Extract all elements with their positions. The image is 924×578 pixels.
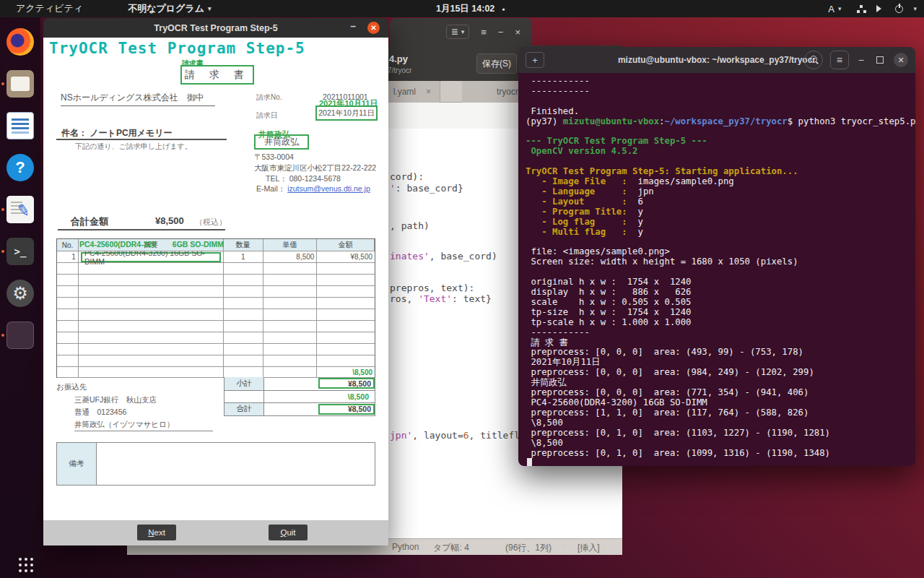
editor-close-button[interactable]: × (515, 27, 520, 38)
invoice-address: 大阪市東淀川区小松2丁目22-22-222 (254, 163, 376, 173)
terminal-line: ----------- (526, 328, 908, 338)
invoice-subject: 件名： ノートPC用メモリー (61, 127, 172, 139)
tryocr-close-button[interactable]: ✕ (367, 22, 380, 34)
subtotal-row: 小計 ¥8,500 (225, 377, 375, 390)
dock-item-files[interactable] (0, 64, 40, 104)
volume-icon[interactable] (876, 5, 885, 12)
dock-item-settings[interactable]: ⚙ (0, 273, 40, 314)
code-fragment: jpn', layout=6, titleflg= (390, 430, 531, 441)
total-row: 合計 ¥8,500 (225, 402, 375, 415)
doc-list-icon: ≣ (451, 27, 458, 37)
header-qty: 数量 (224, 239, 263, 251)
table-row: 1 PC4-25600(DDR4-3200) 16GB SO-DIMM 1 8,… (57, 251, 375, 263)
input-source-indicator[interactable]: A▾ (822, 0, 847, 17)
invoice-postal: 〒533-0004 (254, 152, 294, 163)
terminal-line: ----------- (526, 87, 908, 97)
dock-item-terminal[interactable]: >_ (0, 231, 40, 272)
quit-button[interactable]: Quit (269, 525, 308, 540)
code-fragment: cord): (390, 171, 424, 182)
subtotal-label: 小計 (225, 377, 264, 390)
show-applications-button[interactable] (0, 545, 40, 574)
ocr-desc-box: PC4-25600(DDR4-3200) 16GB SO-DIMM (81, 252, 221, 262)
terminal-output[interactable]: ----------- ----------- Finished.(py37) … (518, 73, 915, 466)
total-label: 合計金額 (71, 215, 108, 228)
language-selector[interactable]: Python▾ (392, 542, 426, 552)
terminal-line: display h x w : 886 x 626 (526, 288, 908, 298)
tryocr-titlebar[interactable]: TryOCR Test Program Step-5 – ✕ (43, 18, 388, 38)
app-menu[interactable]: 不明なプログラム▾ (122, 0, 217, 17)
invoice-email-row: E-Mail： izutsum@venus.dti.ne.jp (256, 184, 370, 194)
dock-item-writer[interactable] (0, 105, 40, 146)
email-link[interactable]: izutsum@venus.dti.ne.jp (287, 184, 370, 193)
running-indicator (1, 334, 4, 337)
activities-button[interactable]: アクティビティ (10, 0, 89, 17)
firefox-icon (6, 28, 34, 56)
terminal-line: - Layout : 6 (526, 197, 908, 207)
table-row (57, 309, 375, 321)
bank-label: お振込先 (56, 382, 87, 392)
terminal-line: ----------- (526, 77, 908, 87)
clock[interactable]: 1月15日 14:02● (436, 0, 505, 17)
dock-item-unknownapp[interactable] (0, 315, 40, 355)
dock-item-help[interactable]: ? (0, 147, 40, 188)
invoice-customer: NSホールディングス株式会社 御中 (61, 92, 215, 106)
code-fragment: ros, 'Text': text} (390, 293, 492, 304)
tab-label: l.yaml (393, 87, 416, 97)
chevron-down-icon[interactable]: ▾ (913, 5, 917, 12)
document-selector-button[interactable]: ≣▾ (446, 25, 470, 39)
top-bar: アクティビティ 不明なプログラム▾ 1月15日 14:02● A▾ ▾ (0, 0, 924, 17)
tryocr-window: TryOCR Test Program Step-5 – ✕ TryOCR Te… (43, 18, 388, 545)
table-row (57, 332, 375, 344)
terminal-line: --- TryOCR Test Program Step-5 --- (526, 137, 908, 147)
tab-width-selector[interactable]: タブ幅: 4▾ (433, 542, 476, 554)
network-icon[interactable] (857, 5, 866, 13)
header-unit: 単価 (263, 239, 318, 251)
total-row-value: ¥8,500 (318, 404, 375, 415)
ocr-header-overlay: PC4-25600(DDR4-320 6GB SO-DIMM (79, 240, 224, 249)
invoice-date-label: 請求日 (256, 111, 278, 121)
dock-item-texteditor[interactable]: ✎ (0, 189, 40, 230)
help-icon: ? (6, 154, 34, 181)
running-indicator (1, 250, 4, 253)
remarks-box: 備考 (56, 442, 375, 486)
remarks-label: 備考 (57, 443, 97, 485)
table-row (57, 263, 375, 275)
invoice-canvas: TryOCR Test Program Step-5 請求書 請 求 書 NSホ… (43, 38, 388, 520)
invoice-tel: TEL： 080-1234-5678 (266, 174, 341, 184)
tryocr-minimize-button[interactable]: – (350, 20, 356, 32)
editor-minimize-button[interactable]: − (498, 27, 504, 38)
chevron-down-icon[interactable]: ▾ (562, 542, 565, 549)
terminal-window: + mizutu@ubuntu-vbox: ~/workspace_py37/t… (518, 47, 915, 466)
header-no: No. (57, 239, 79, 251)
ocr-amount-overlay: \8,500 (317, 367, 375, 378)
settings-icon: ⚙ (6, 280, 34, 307)
terminal-line: Finished. (526, 107, 908, 117)
editor-titlebar: ≣▾ ≡ − × (390, 18, 532, 46)
cursor-position: (96行、1列) (505, 542, 552, 554)
terminal-line (526, 267, 908, 277)
terminal-menu-button[interactable]: ≡ (830, 51, 849, 69)
next-button[interactable]: Next (137, 525, 176, 540)
terminal-line (526, 238, 908, 248)
table-header-row: No. 摘要 数量 単価 金額 PC4-25600(DDR4-320 6GB S… (57, 239, 375, 251)
save-button[interactable]: 保存(S) (476, 53, 517, 74)
terminal-minimize-button[interactable]: − (856, 54, 866, 66)
terminal-titlebar[interactable]: + mizutu@ubuntu-vbox: ~/workspace_py37/t… (518, 47, 915, 73)
terminal-maximize-button[interactable] (876, 56, 884, 64)
new-tab-button[interactable]: + (526, 52, 544, 68)
terminal-cursor (527, 458, 532, 466)
dock-item-firefox[interactable] (0, 22, 40, 62)
code-fragment: , path) (390, 220, 430, 231)
invoice-date-value: 2021年10月11日 (315, 105, 378, 121)
tax-note: （税込） (195, 217, 227, 228)
terminal-line: - Image File : images/sample0.png (526, 177, 908, 187)
editor-menu-button[interactable]: ≡ (481, 27, 487, 38)
tab-close-icon[interactable]: × (426, 87, 431, 97)
terminal-line: preprocess: [0, 1, 0] area: (1103, 1227)… (526, 428, 908, 439)
tryocr-button-bar: Next Quit (43, 520, 388, 545)
running-indicator (1, 208, 4, 211)
email-label: E-Mail： (256, 184, 285, 193)
power-icon[interactable] (895, 5, 903, 13)
search-icon[interactable] (804, 51, 823, 69)
terminal-close-button[interactable]: ✕ (894, 53, 908, 67)
